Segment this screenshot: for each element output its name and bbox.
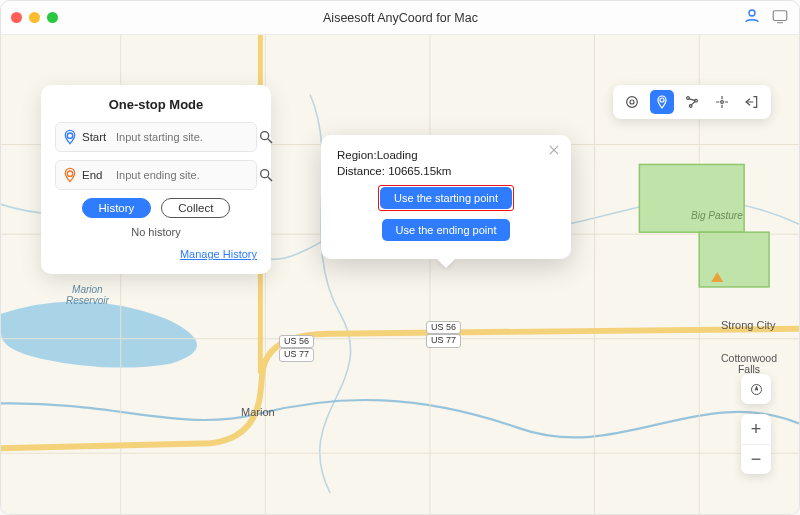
region-text: Region:Loading: [337, 149, 555, 161]
svg-point-27: [721, 101, 724, 104]
collect-button[interactable]: Collect: [161, 198, 230, 218]
one-stop-mode-panel: One-stop Mode Start End: [41, 85, 271, 274]
end-input[interactable]: [116, 169, 254, 181]
svg-rect-1: [773, 10, 787, 20]
zoom-window-button[interactable]: [47, 12, 58, 23]
start-field[interactable]: Start: [55, 122, 257, 152]
distance-text: Distance: 10665.15km: [337, 165, 555, 177]
svg-point-21: [630, 100, 634, 104]
highlight-annotation: Use the starting point: [378, 185, 514, 211]
search-icon[interactable]: [258, 167, 274, 183]
close-window-button[interactable]: [11, 12, 22, 23]
end-field[interactable]: End: [55, 160, 257, 190]
feedback-icon[interactable]: [771, 7, 789, 29]
zoom-out-button[interactable]: −: [741, 444, 771, 474]
traffic-lights: [11, 12, 58, 23]
zoom-controls: + −: [741, 414, 771, 474]
teleport-mode-button[interactable]: [620, 90, 644, 114]
no-history-text: No history: [55, 226, 257, 238]
svg-point-17: [261, 170, 269, 178]
app-window: Aiseesoft AnyCoord for Mac: [0, 0, 800, 515]
use-starting-point-button[interactable]: Use the starting point: [380, 187, 512, 209]
history-button[interactable]: History: [82, 198, 152, 218]
svg-point-0: [749, 10, 755, 16]
map-area[interactable]: US 56 US 77 US 56 US 77 Marion Strong Ci…: [1, 35, 799, 514]
svg-line-15: [268, 139, 272, 143]
minimize-window-button[interactable]: [29, 12, 40, 23]
panel-button-row: History Collect: [55, 198, 257, 218]
svg-point-13: [67, 133, 72, 138]
svg-point-16: [67, 171, 72, 176]
search-icon[interactable]: [258, 129, 274, 145]
zoom-in-button[interactable]: +: [741, 414, 771, 444]
svg-point-23: [660, 98, 664, 102]
account-icon[interactable]: [743, 7, 761, 29]
svg-point-22: [627, 97, 638, 108]
svg-rect-11: [639, 164, 744, 232]
mode-toolbar: [613, 85, 771, 119]
start-input[interactable]: [116, 131, 254, 143]
location-popover: Region:Loading Distance: 10665.15km Use …: [321, 135, 571, 259]
svg-line-18: [268, 177, 272, 181]
start-pin-icon: [62, 129, 78, 145]
window-title: Aiseesoft AnyCoord for Mac: [58, 11, 743, 25]
start-label: Start: [82, 131, 112, 143]
use-ending-point-button[interactable]: Use the ending point: [382, 219, 511, 241]
end-pin-icon: [62, 167, 78, 183]
one-stop-mode-button[interactable]: [650, 90, 674, 114]
titlebar-right: [743, 7, 789, 29]
titlebar: Aiseesoft AnyCoord for Mac: [1, 1, 799, 35]
panel-heading: One-stop Mode: [55, 97, 257, 112]
multi-stop-mode-button[interactable]: [680, 90, 704, 114]
svg-point-14: [261, 132, 269, 140]
end-label: End: [82, 169, 112, 181]
exit-mode-button[interactable]: [740, 90, 764, 114]
joystick-mode-button[interactable]: [710, 90, 734, 114]
recenter-button[interactable]: [741, 374, 771, 404]
close-icon[interactable]: [547, 143, 561, 157]
svg-rect-12: [699, 232, 769, 287]
manage-history-link[interactable]: Manage History: [55, 248, 257, 260]
svg-marker-33: [755, 386, 758, 390]
